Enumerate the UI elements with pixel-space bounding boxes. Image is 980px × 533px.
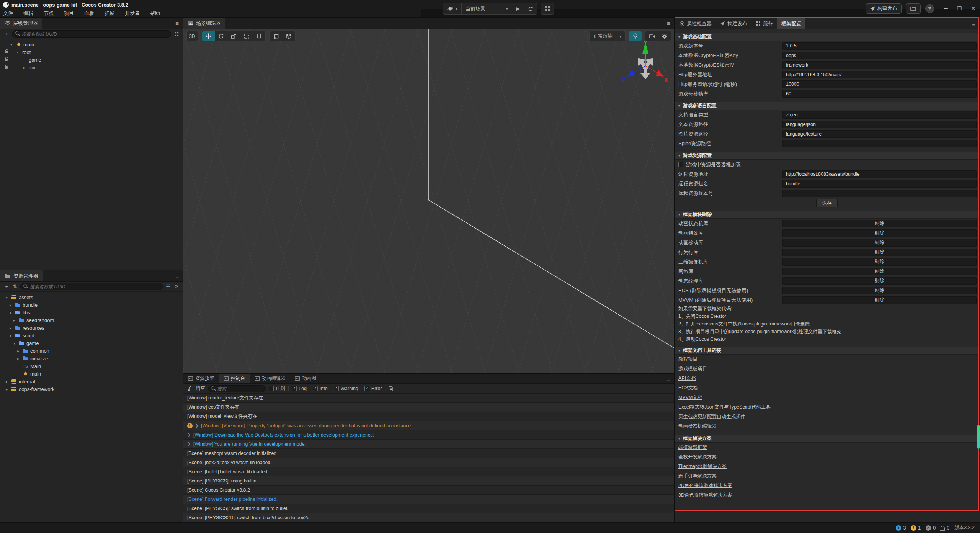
doc-link[interactable]: Excel格式转Json文件与TypeScript代码工具 — [678, 402, 771, 412]
log-row[interactable]: ❯ [Scene] [PHYSICS]: switch from builtin… — [183, 504, 674, 513]
property-input[interactable] — [782, 130, 977, 138]
coordinate-space-button[interactable] — [283, 31, 295, 41]
panel-menu-icon[interactable]: ≡ — [175, 270, 179, 281]
expand-arrow-icon[interactable] — [17, 50, 22, 54]
log-filter[interactable]: Error — [364, 386, 382, 391]
remove-module-button[interactable]: 剔除 — [782, 287, 977, 294]
remove-module-button[interactable]: 剔除 — [782, 296, 977, 304]
log-row[interactable]: ❯ [Scene] Forward render pipeline initia… — [183, 495, 674, 504]
remove-module-button[interactable]: 剔除 — [782, 249, 977, 256]
filter-icon[interactable]: ☷ — [173, 31, 180, 37]
hierarchy-search-input[interactable] — [12, 30, 171, 38]
preview-qrcode-button[interactable] — [541, 3, 554, 15]
inspector-tab[interactable]: 服务 — [751, 18, 777, 29]
tab-scene-editor[interactable]: 场景编辑器 — [183, 18, 225, 29]
open-project-folder-button[interactable] — [906, 3, 921, 14]
log-row[interactable]: ❯ [Scene] [bullet]:bullet wasm lib loade… — [183, 467, 674, 476]
close-button[interactable]: ✕ — [971, 5, 975, 11]
expand-arrow-icon[interactable] — [10, 326, 15, 330]
menu-item[interactable]: 开发者 — [125, 10, 140, 17]
console-area-tab[interactable]: 动画图 — [290, 374, 321, 383]
menu-item[interactable]: 编辑 — [23, 10, 33, 17]
asset-node[interactable]: game — [0, 339, 183, 347]
log-row[interactable]: ❯ [Scene] [PHYSICS2D]: switch from box2d… — [183, 513, 674, 522]
remove-module-button[interactable]: 剔除 — [782, 258, 977, 266]
log-row[interactable]: ! ❯ [Window] [Vue warn]: Property "onInp… — [183, 421, 674, 430]
filter-checkbox[interactable] — [364, 386, 369, 391]
property-input[interactable] — [782, 170, 977, 178]
property-input[interactable] — [782, 42, 977, 50]
hierarchy-node[interactable]: main — [0, 41, 183, 48]
expand-arrow-icon[interactable] — [10, 334, 15, 338]
help-button[interactable]: ? — [925, 4, 934, 13]
asset-node[interactable]: internal — [0, 378, 183, 385]
section-i18n[interactable]: ▾ 游戏多语言配置 — [675, 102, 978, 110]
hierarchy-node[interactable]: game — [0, 56, 183, 64]
tab-hierarchy[interactable]: 层级管理器 — [0, 18, 42, 29]
notification-count[interactable]: 0 — [941, 525, 949, 531]
solution-link[interactable]: 3D角色扮演游戏解决方案 — [678, 490, 732, 500]
section-resources[interactable]: ▾ 游戏资源配置 — [675, 152, 978, 160]
asset-node[interactable]: common — [0, 347, 183, 355]
remove-module-button[interactable]: 剔除 — [782, 239, 977, 247]
expand-chevron-icon[interactable]: ❯ — [195, 423, 199, 428]
doc-link[interactable]: 游戏模板项目 — [678, 364, 707, 374]
rotate-tool-button[interactable] — [215, 31, 227, 41]
error-count[interactable]: ✕ 0 — [926, 525, 936, 531]
log-filter[interactable]: Warning — [334, 386, 358, 391]
remote-load-checkbox[interactable] — [678, 162, 683, 167]
property-input[interactable] — [782, 52, 977, 59]
move-tool-button[interactable] — [202, 31, 215, 41]
asset-node[interactable]: seedrandom — [0, 316, 183, 324]
minimize-button[interactable]: ─ — [944, 5, 948, 11]
maximize-button[interactable]: ❐ — [957, 5, 962, 11]
menu-item[interactable]: 帮助 — [150, 10, 160, 17]
clear-broom-icon[interactable] — [187, 386, 193, 391]
filter-checkbox[interactable] — [292, 386, 297, 391]
menu-item[interactable]: 扩展 — [105, 10, 114, 17]
asset-node[interactable]: main — [0, 370, 183, 378]
remove-module-button[interactable]: 剔除 — [782, 220, 977, 227]
expand-arrow-icon[interactable] — [10, 303, 15, 307]
menu-item[interactable]: 文件 — [3, 10, 13, 17]
tab-assets[interactable]: 资源管理器 — [0, 270, 43, 281]
section-modules[interactable]: ▾ 框架模块剔除 — [675, 211, 978, 219]
expand-chevron-icon[interactable]: ❯ — [187, 432, 191, 437]
warning-count[interactable]: ! 1 — [911, 525, 921, 531]
sort-icon[interactable]: ⇅ — [12, 284, 18, 289]
filter-checkbox[interactable] — [313, 386, 318, 391]
scene-settings-gear-button[interactable] — [658, 31, 671, 41]
console-area-tab[interactable]: 资源预览 — [183, 374, 219, 383]
info-count[interactable]: i 3 — [896, 525, 906, 531]
solution-link[interactable]: 2D角色扮演游戏解决方案 — [678, 481, 732, 490]
property-input[interactable] — [782, 61, 977, 69]
section-game-basic[interactable]: ▾ 游戏基础配置 — [675, 33, 978, 41]
solution-link[interactable]: 战棋游戏框架 — [678, 443, 707, 452]
asset-node[interactable]: libs — [0, 309, 183, 316]
render-mode-dropdown[interactable]: 正常渲染 ▾ — [589, 31, 626, 41]
hierarchy-node[interactable]: gui — [0, 64, 183, 71]
doc-link[interactable]: ECS文档 — [678, 383, 698, 393]
property-input[interactable] — [782, 180, 977, 188]
log-row[interactable]: ❯ [Scene] [box2d]:box2d wasm lib loaded. — [183, 458, 674, 467]
expand-arrow-icon[interactable] — [17, 356, 23, 361]
expand-arrow-icon[interactable] — [10, 311, 15, 315]
doc-link[interactable]: 教程项目 — [678, 355, 697, 364]
expand-arrow-icon[interactable] — [17, 349, 23, 353]
expand-arrow-icon[interactable] — [6, 387, 11, 391]
console-log-list[interactable]: ❯ [Window] render_texture文件夹存在 ❯ [Window… — [183, 394, 674, 522]
console-search-input[interactable] — [208, 385, 266, 392]
asset-node[interactable]: assets — [0, 293, 183, 301]
assets-search-input[interactable] — [20, 283, 163, 290]
log-row[interactable]: ❯ [Scene] [PHYSICS]: using builtin. — [183, 476, 674, 486]
clear-console-button[interactable]: 清空 — [196, 385, 205, 392]
asset-node[interactable]: bundle — [0, 301, 183, 309]
remove-module-button[interactable]: 剔除 — [782, 229, 977, 237]
solution-link[interactable]: 新手引导解决方案 — [678, 471, 717, 481]
panel-menu-icon[interactable]: ≡ — [175, 18, 179, 29]
property-input[interactable] — [782, 80, 977, 88]
log-filter[interactable]: Info — [313, 386, 328, 391]
toggle-2d-3d-button[interactable]: 3D — [186, 31, 198, 41]
filter-icon[interactable]: ☷ — [165, 284, 171, 289]
doc-link[interactable]: MVVM文档 — [678, 393, 702, 402]
